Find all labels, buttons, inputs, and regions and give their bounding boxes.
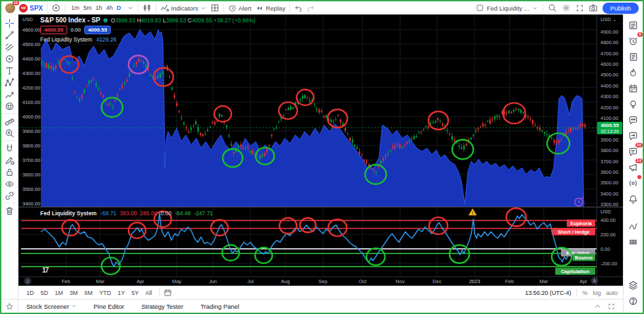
camera-icon[interactable]	[589, 3, 598, 13]
time-axis[interactable]: FebMarAprMayJunJulAugSepOctNovDec2023Feb…	[62, 278, 588, 284]
svg-text:Short / Hedge: Short / Hedge	[558, 229, 590, 235]
svg-text:USD: USD	[22, 16, 33, 22]
watchlist-icon[interactable]	[626, 18, 641, 32]
tradingview-window: 11 500 SPX 1m5m1h4hD Indicators Alert	[0, 0, 644, 314]
notifications-icon[interactable]	[626, 192, 641, 205]
chart-canvas[interactable]: USD4600.004500.004400.004300.004200.0041…	[18, 14, 623, 286]
layout-grid-icon[interactable]	[210, 3, 220, 13]
range-1d[interactable]: 1D	[24, 289, 37, 297]
range-all[interactable]: All	[143, 289, 155, 297]
trash-icon[interactable]	[3, 205, 16, 217]
svg-text:400.00: 400.00	[600, 217, 616, 223]
community-chat-icon[interactable]: 16	[626, 145, 641, 158]
timeframe-1m[interactable]: 1m	[69, 4, 82, 12]
ideas-icon[interactable]	[626, 97, 641, 111]
range-1y[interactable]: 1Y	[115, 289, 128, 297]
svg-text:Sep: Sep	[318, 278, 327, 284]
svg-text:4100.00: 4100.00	[600, 115, 618, 121]
range-1m[interactable]: 1M	[52, 289, 66, 297]
timeframe-D[interactable]: D	[115, 4, 123, 12]
top-toolbar: 11 500 SPX 1m5m1h4hD Indicators Alert	[1, 1, 643, 14]
collapse-panel-icon[interactable]	[594, 303, 601, 310]
search-icon[interactable]	[548, 3, 557, 13]
range-5y[interactable]: 5Y	[129, 289, 142, 297]
crosshair-icon[interactable]	[3, 17, 16, 29]
scale-log-button[interactable]: log	[593, 290, 600, 296]
chart-area[interactable]: USD4600.004500.004400.004300.004200.0041…	[18, 14, 623, 286]
scale-auto-button[interactable]: auto	[606, 290, 618, 296]
svg-text:May: May	[172, 278, 181, 284]
help-icon[interactable]	[626, 294, 641, 307]
svg-text:USD: USD	[600, 209, 611, 215]
svg-text:Nov: Nov	[395, 278, 405, 284]
forecast-icon[interactable]	[3, 88, 16, 100]
clock[interactable]: 13:56:20 (UTC-4)	[525, 290, 571, 296]
range-6m[interactable]: 6M	[82, 289, 96, 297]
tab-trading-panel[interactable]: Trading Panel	[200, 303, 239, 310]
scale-%-button[interactable]: %	[582, 290, 587, 296]
svg-text:4300.00: 4300.00	[600, 93, 618, 99]
maximize-panel-icon[interactable]	[608, 303, 615, 310]
drawing-lock-icon[interactable]	[3, 154, 16, 166]
tab-strategy-tester[interactable]: Strategy Tester	[141, 303, 183, 310]
data-window-icon[interactable]	[626, 236, 641, 249]
link-drawings-icon[interactable]	[3, 190, 16, 201]
svg-text:4200.00: 4200.00	[600, 105, 618, 111]
symbol-logo: 500	[19, 4, 28, 13]
range-3m[interactable]: 3M	[67, 289, 81, 297]
redo-icon[interactable]	[307, 4, 315, 13]
alerts-icon[interactable]: 5	[626, 34, 641, 47]
gear-icon[interactable]	[562, 3, 571, 13]
svg-text:Bounce: Bounce	[575, 255, 593, 261]
svg-text:3400.00: 3400.00	[22, 201, 40, 207]
undo-icon[interactable]	[294, 4, 303, 13]
news-icon[interactable]	[626, 50, 641, 63]
object-tree-icon[interactable]	[626, 278, 641, 292]
time-axis-marker[interactable]: A	[591, 277, 599, 284]
favorites-star-icon[interactable]	[1, 299, 18, 313]
private-chat-icon[interactable]	[626, 129, 641, 142]
text-icon[interactable]	[3, 65, 16, 76]
replay-button[interactable]: Replay	[255, 4, 285, 13]
alert-clock-icon	[228, 4, 237, 13]
streams-icon[interactable]: 14	[626, 161, 641, 174]
fullscreen-icon[interactable]	[575, 4, 584, 13]
symbol-button[interactable]: 500 SPX	[19, 4, 43, 13]
script-selector[interactable]: Fed Liquidity ...	[476, 4, 537, 12]
zoom-icon[interactable]	[3, 127, 16, 139]
range-5d[interactable]: 5D	[38, 289, 51, 297]
alert-button[interactable]: Alert	[228, 4, 252, 13]
user-avatar[interactable]: 11	[5, 3, 15, 13]
candle-style-icon[interactable]	[142, 3, 152, 13]
parallel-channel-icon[interactable]	[3, 41, 16, 53]
svg-text:Mar: Mar	[96, 278, 105, 284]
pane-marker[interactable]: 2	[24, 278, 32, 285]
svg-text:4700.00: 4700.00	[600, 51, 618, 57]
timeframe-5m[interactable]: 5m	[82, 4, 94, 12]
go-to-date-icon[interactable]	[163, 288, 172, 297]
hide-drawings-icon[interactable]	[3, 178, 16, 190]
compare-add-icon[interactable]	[51, 3, 61, 13]
scripts-icon[interactable]	[626, 220, 641, 233]
emoji-icon[interactable]	[3, 100, 16, 112]
shapes-icon[interactable]	[3, 53, 16, 65]
live-icon[interactable]	[626, 176, 641, 190]
lock-icon[interactable]	[3, 166, 16, 178]
svg-text:3900.00: 3900.00	[22, 128, 40, 134]
timeframe-4h[interactable]: 4h	[104, 4, 115, 12]
indicators-button[interactable]: Indicators	[160, 3, 206, 13]
ruler-icon[interactable]	[3, 115, 16, 127]
tab-stock-screener[interactable]: Stock Screener	[26, 303, 76, 310]
xabcd-pattern-icon[interactable]	[3, 76, 16, 88]
calendar-icon[interactable]	[626, 82, 641, 95]
chevron-down-icon[interactable]	[127, 5, 134, 11]
magnet-icon[interactable]	[3, 142, 16, 154]
svg-text:Aug: Aug	[281, 278, 289, 284]
publish-button[interactable]: Publish	[602, 3, 639, 14]
timeframe-1h[interactable]: 1h	[94, 4, 104, 12]
chat-icon[interactable]	[626, 113, 641, 126]
tab-pine-editor[interactable]: Pine Editor	[94, 303, 124, 310]
hotlists-icon[interactable]	[626, 66, 641, 79]
trend-line-icon[interactable]	[3, 29, 16, 41]
range-ytd[interactable]: YTD	[97, 289, 114, 297]
